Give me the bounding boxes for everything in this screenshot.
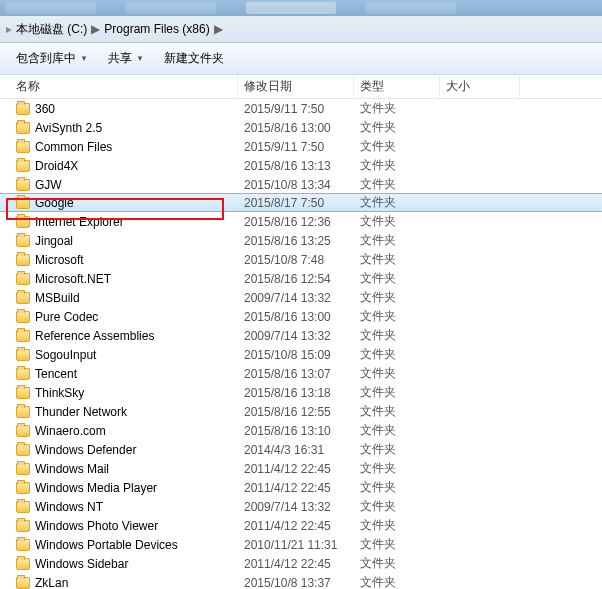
file-name: ThinkSky [35,386,84,400]
file-name: AviSynth 2.5 [35,121,102,135]
folder-row[interactable]: AviSynth 2.52015/8/16 13:00文件夹 [0,118,602,137]
folder-icon [16,425,30,437]
folder-row[interactable]: Winaero.com2015/8/16 13:10文件夹 [0,421,602,440]
folder-icon [16,103,30,115]
folder-row[interactable]: Windows Sidebar2011/4/12 22:45文件夹 [0,554,602,573]
address-bar[interactable]: ▸ 本地磁盘 (C:) ▶ Program Files (x86) ▶ [0,16,602,43]
share-button[interactable]: 共享 ▼ [100,47,152,70]
folder-row[interactable]: Windows Defender2014/4/3 16:31文件夹 [0,440,602,459]
folder-row[interactable]: Windows Photo Viewer2011/4/12 22:45文件夹 [0,516,602,535]
folder-icon [16,216,30,228]
file-type: 文件夹 [354,555,440,572]
folder-row[interactable]: Tencent2015/8/16 13:07文件夹 [0,364,602,383]
folder-icon [16,520,30,532]
folder-row[interactable]: GJW2015/10/8 13:34文件夹 [0,175,602,194]
file-date: 2015/8/16 12:36 [238,215,354,229]
folder-icon [16,558,30,570]
column-header-size[interactable]: 大小 [440,75,520,98]
file-name: Windows Mail [35,462,109,476]
column-header-date[interactable]: 修改日期 [238,75,354,98]
breadcrumb-sep-icon: ▶ [91,22,100,36]
breadcrumb-sep: ▸ [6,22,12,36]
folder-row[interactable]: Internet Explorer2015/8/16 12:36文件夹 [0,212,602,231]
file-type: 文件夹 [354,479,440,496]
chevron-down-icon: ▼ [80,54,88,63]
folder-row[interactable]: Jingoal2015/8/16 13:25文件夹 [0,231,602,250]
folder-row[interactable]: Windows Media Player2011/4/12 22:45文件夹 [0,478,602,497]
file-date: 2010/11/21 11:31 [238,538,354,552]
folder-icon [16,179,30,191]
folder-row[interactable]: Google2015/8/17 7:50文件夹 [0,193,602,212]
file-type: 文件夹 [354,119,440,136]
column-header-name[interactable]: 名称 [0,75,238,98]
file-name: Windows NT [35,500,103,514]
folder-row[interactable]: Windows Mail2011/4/12 22:45文件夹 [0,459,602,478]
file-name: GJW [35,178,62,192]
folder-icon [16,160,30,172]
file-list: 3602015/9/11 7:50文件夹AviSynth 2.52015/8/1… [0,99,602,589]
file-type: 文件夹 [354,441,440,458]
file-type: 文件夹 [354,157,440,174]
file-type: 文件夹 [354,365,440,382]
file-type: 文件夹 [354,517,440,534]
new-folder-button[interactable]: 新建文件夹 [156,47,232,70]
file-date: 2015/8/16 12:54 [238,272,354,286]
file-date: 2015/10/8 13:34 [238,178,354,192]
folder-row[interactable]: ThinkSky2015/8/16 13:18文件夹 [0,383,602,402]
file-date: 2015/9/11 7:50 [238,140,354,154]
file-name: SogouInput [35,348,96,362]
file-name: Reference Assemblies [35,329,154,343]
taskbar-tab [6,2,96,14]
folder-row[interactable]: Thunder Network2015/8/16 12:55文件夹 [0,402,602,421]
file-name: Microsoft.NET [35,272,111,286]
breadcrumb-root[interactable]: 本地磁盘 (C:) [16,21,87,38]
file-type: 文件夹 [354,194,440,211]
folder-icon [16,235,30,247]
file-date: 2011/4/12 22:45 [238,519,354,533]
file-name: Common Files [35,140,112,154]
folder-row[interactable]: ZkLan2015/10/8 13:37文件夹 [0,573,602,589]
folder-row[interactable]: Windows Portable Devices2010/11/21 11:31… [0,535,602,554]
file-type: 文件夹 [354,422,440,439]
file-date: 2015/8/16 13:00 [238,310,354,324]
file-date: 2015/10/8 13:37 [238,576,354,590]
folder-icon [16,349,30,361]
file-name: Winaero.com [35,424,106,438]
folder-icon [16,122,30,134]
folder-row[interactable]: Windows NT2009/7/14 13:32文件夹 [0,497,602,516]
folder-row[interactable]: Common Files2015/9/11 7:50文件夹 [0,137,602,156]
folder-icon [16,197,30,209]
folder-row[interactable]: Microsoft.NET2015/8/16 12:54文件夹 [0,269,602,288]
file-type: 文件夹 [354,289,440,306]
file-name: Windows Defender [35,443,136,457]
folder-row[interactable]: Reference Assemblies2009/7/14 13:32文件夹 [0,326,602,345]
file-date: 2015/10/8 7:48 [238,253,354,267]
file-type: 文件夹 [354,498,440,515]
include-in-library-button[interactable]: 包含到库中 ▼ [8,47,96,70]
file-name: ZkLan [35,576,68,590]
folder-icon [16,292,30,304]
file-type: 文件夹 [354,100,440,117]
file-date: 2015/9/11 7:50 [238,102,354,116]
folder-row[interactable]: Droid4X2015/8/16 13:13文件夹 [0,156,602,175]
folder-row[interactable]: Microsoft2015/10/8 7:48文件夹 [0,250,602,269]
file-date: 2015/8/16 13:10 [238,424,354,438]
column-header-type[interactable]: 类型 [354,75,440,98]
file-name: Tencent [35,367,77,381]
button-label: 共享 [108,50,132,67]
folder-row[interactable]: MSBuild2009/7/14 13:32文件夹 [0,288,602,307]
folder-row[interactable]: SogouInput2015/10/8 15:09文件夹 [0,345,602,364]
file-name: Windows Media Player [35,481,157,495]
file-type: 文件夹 [354,232,440,249]
file-name: Thunder Network [35,405,127,419]
toolbar: 包含到库中 ▼ 共享 ▼ 新建文件夹 [0,43,602,75]
folder-icon [16,254,30,266]
folder-icon [16,463,30,475]
folder-row[interactable]: Pure Codec2015/8/16 13:00文件夹 [0,307,602,326]
file-type: 文件夹 [354,251,440,268]
folder-row[interactable]: 3602015/9/11 7:50文件夹 [0,99,602,118]
folder-icon [16,273,30,285]
file-name: 360 [35,102,55,116]
breadcrumb-folder[interactable]: Program Files (x86) [104,22,209,36]
folder-icon [16,330,30,342]
